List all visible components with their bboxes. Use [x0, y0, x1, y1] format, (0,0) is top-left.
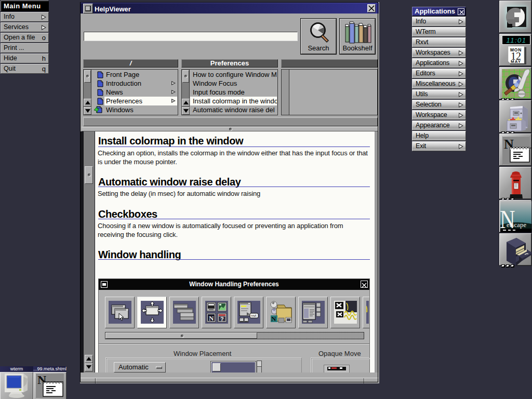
- svg-text:etscape: etscape: [507, 221, 526, 229]
- svg-text:N: N: [271, 315, 276, 323]
- svg-text:rxvt: rxvt: [251, 314, 257, 317]
- svg-text:N: N: [209, 314, 214, 322]
- svg-text:11:01: 11:01: [506, 36, 526, 44]
- svg-text:?: ?: [220, 316, 224, 322]
- svg-text:MAY: MAY: [511, 59, 521, 64]
